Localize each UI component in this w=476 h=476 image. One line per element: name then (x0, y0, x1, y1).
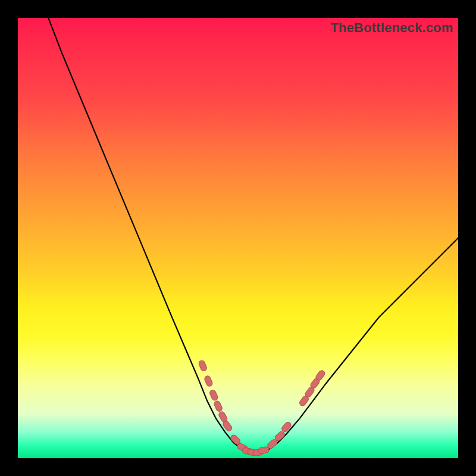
bottleneck-curve (40, 18, 458, 452)
curve-marker (209, 389, 218, 402)
curve-marker (198, 359, 208, 371)
curve-marker (258, 446, 269, 454)
curve-marker (203, 375, 213, 387)
plot-area: TheBottleneck.com (18, 18, 458, 458)
curve-marker (281, 421, 293, 433)
curve-marker (213, 400, 223, 412)
chart-frame: TheBottleneck.com (0, 0, 476, 476)
chart-overlay (18, 18, 458, 458)
